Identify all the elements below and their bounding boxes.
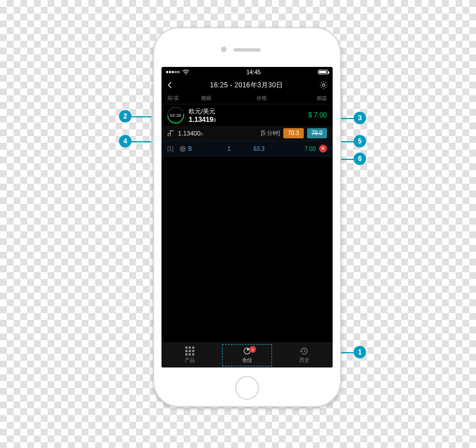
instrument-price: 1.134190 (189, 116, 308, 124)
col-pl: 损益 (284, 95, 327, 102)
svg-point-0 (322, 84, 325, 86)
signal-icon (166, 71, 180, 73)
order-flag-icon (180, 146, 186, 152)
position-pl: $ 7.00 (308, 111, 327, 119)
close-order-button[interactable]: ✕ (319, 145, 327, 153)
order-price: 63.3 (241, 146, 277, 152)
status-time: 14:45 (246, 69, 261, 75)
phone-home-button (235, 376, 259, 400)
phone-mute-switch (151, 84, 153, 96)
price-sub: 0 (213, 117, 216, 123)
position-row[interactable]: 02:30 欧元/美元 1.134190 $ 7.00 (162, 104, 333, 126)
order-index: [1] (167, 146, 180, 152)
phone-volume-down (151, 135, 153, 155)
tab-history[interactable]: 历史 (275, 343, 333, 367)
trade-control-row: 1.134000 [5 分钟] 70.3 79.0 (162, 126, 333, 141)
tab-products-label: 产品 (185, 357, 195, 364)
sell-button[interactable]: 79.0 (307, 128, 327, 138)
duration-label[interactable]: [5 分钟] (261, 129, 280, 137)
strike-price: 1.134000 (178, 130, 203, 137)
nav-bar: 16:25 - 2016年3月30日 (162, 77, 333, 93)
order-size: 1 (216, 146, 241, 152)
history-icon (300, 346, 309, 356)
order-gain: 7.00 (277, 146, 316, 152)
app-screen: 14:45 16:25 - 2016年3月30日 买/卖 规模 价格 损益 02… (162, 67, 333, 367)
col-size: 规模 (201, 95, 240, 102)
tab-history-label: 历史 (299, 357, 309, 364)
tab-bar: 产品 1 仓位 历史 (162, 343, 333, 367)
strike-sub: 0 (201, 132, 203, 137)
nav-title: 16:25 - 2016年3月30日 (174, 81, 319, 90)
phone-power-button (341, 95, 343, 116)
battery-icon (318, 70, 328, 74)
instrument-name: 欧元/美元 (189, 107, 308, 116)
countdown-value: 02:30 (168, 108, 183, 122)
column-headers: 买/卖 规模 价格 损益 (162, 93, 333, 104)
ios-status-bar: 14:45 (162, 67, 333, 77)
back-icon[interactable] (166, 81, 174, 89)
tab-products[interactable]: 产品 (162, 343, 219, 367)
phone-frame: 14:45 16:25 - 2016年3月30日 买/卖 规模 价格 损益 02… (153, 27, 341, 407)
col-price: 价格 (240, 95, 284, 102)
positions-badge: 1 (249, 346, 256, 353)
ladder-icon[interactable] (167, 130, 175, 137)
tab-positions[interactable]: 1 仓位 (219, 343, 276, 367)
col-buysell: 买/卖 (167, 95, 201, 102)
phone-camera (221, 47, 227, 52)
order-side: B (188, 146, 216, 152)
countdown-timer: 02:30 (167, 107, 184, 124)
active-tab-highlight (222, 344, 273, 366)
buy-button[interactable]: 70.3 (283, 128, 303, 138)
wifi-icon (182, 70, 189, 75)
grid-icon (185, 346, 194, 356)
phone-speaker (233, 48, 261, 52)
order-row[interactable]: [1] B 1 63.3 7.00 ✕ (162, 141, 333, 157)
price-main: 1.13419 (189, 116, 213, 124)
settings-icon[interactable] (319, 81, 328, 90)
phone-volume-up (151, 109, 153, 130)
strike-main: 1.13400 (178, 130, 201, 137)
